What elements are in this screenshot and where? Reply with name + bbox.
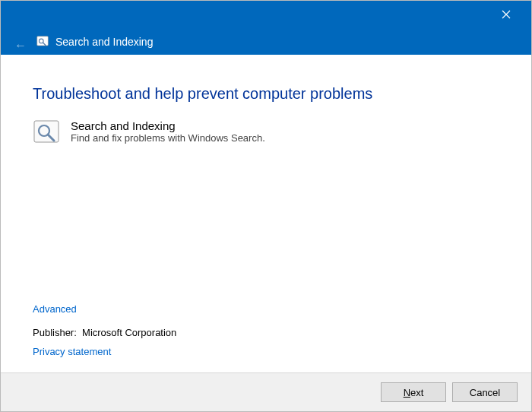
- svg-rect-3: [34, 121, 59, 142]
- next-button[interactable]: Next: [381, 382, 446, 402]
- search-indexing-icon: [33, 119, 60, 147]
- advanced-link[interactable]: Advanced: [33, 303, 499, 315]
- privacy-statement-link[interactable]: Privacy statement: [33, 346, 499, 357]
- publisher-value: Microsoft Corporation: [82, 327, 176, 338]
- close-button[interactable]: [490, 4, 522, 25]
- item-description: Find and fix problems with Windows Searc…: [71, 132, 265, 144]
- publisher-line: Publisher: Microsoft Corporation: [33, 327, 499, 338]
- cancel-button[interactable]: Cancel: [452, 382, 518, 402]
- title-bar: ← Search and Indexing: [1, 1, 531, 55]
- window-title: Search and Indexing: [55, 36, 153, 48]
- publisher-label: Publisher:: [33, 327, 77, 338]
- troubleshooter-icon: [36, 35, 49, 49]
- close-icon: [502, 10, 511, 19]
- main-heading: Troubleshoot and help prevent computer p…: [33, 85, 499, 103]
- svg-rect-0: [37, 36, 49, 46]
- back-arrow-icon: ←: [14, 39, 27, 52]
- item-title: Search and Indexing: [71, 119, 265, 132]
- button-bar: Next Cancel: [1, 372, 531, 411]
- content-area: Troubleshoot and help prevent computer p…: [1, 55, 531, 372]
- troubleshooter-item: Search and Indexing Find and fix problem…: [33, 119, 499, 147]
